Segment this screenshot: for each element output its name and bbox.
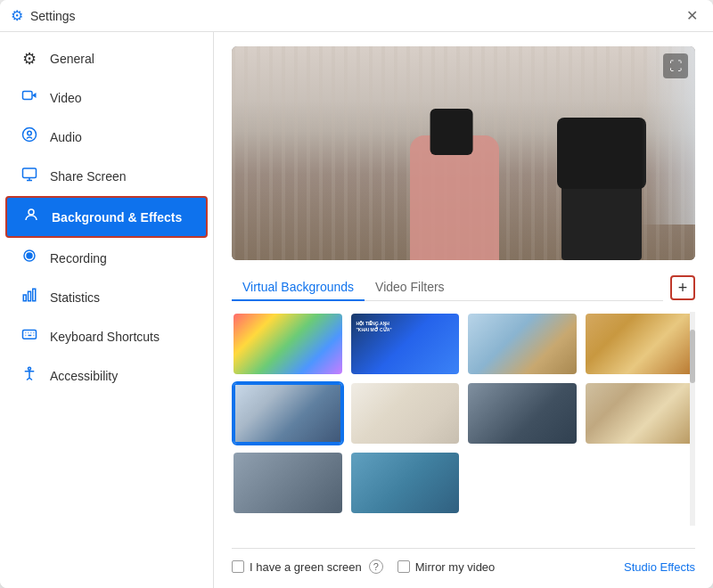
mirror-video-checkbox[interactable] (397, 560, 410, 573)
bg-blue-ad-inner: HỘI TIẾNG ANH"KHAI MỞ CỬA" (351, 314, 460, 374)
settings-icon: ⚙ (11, 7, 23, 24)
svg-rect-0 (23, 92, 33, 100)
background-thumbnail-living1[interactable] (466, 312, 578, 376)
background-thumbnail-luxury[interactable] (584, 381, 696, 445)
spacer (232, 526, 695, 548)
sidebar-label-keyboard-shortcuts: Keyboard Shortcuts (50, 330, 160, 344)
close-button[interactable]: ✕ (681, 5, 702, 27)
tab-video-filters[interactable]: Video Filters (365, 274, 455, 301)
background-thumbnail-partial1[interactable] (232, 451, 344, 515)
background-thumbnail-blue-ad[interactable]: HỘI TIẾNG ANH"KHAI MỞ CỬA" (349, 312, 462, 376)
main-content: ⛶ Virtual Backgrounds Video Filters + (214, 32, 713, 588)
bg-room-selected-inner (234, 383, 342, 444)
sidebar-item-recording[interactable]: Recording (5, 239, 208, 277)
svg-rect-11 (23, 331, 37, 339)
svg-point-7 (27, 253, 32, 258)
background-thumbnail-colors[interactable] (232, 312, 344, 376)
background-thumbnail-room-selected[interactable] (232, 381, 344, 445)
chair-back (557, 118, 646, 189)
bg-hall-inner (351, 383, 460, 444)
video-icon (20, 87, 39, 108)
sidebar-item-share-screen[interactable]: Share Screen (5, 157, 208, 195)
sidebar-item-audio[interactable]: Audio (5, 118, 208, 156)
bg-colors-inner (234, 314, 342, 374)
sidebar-label-background-effects: Background & Effects (52, 210, 182, 225)
sidebar-label-general: General (50, 52, 94, 66)
background-thumbnail-hall[interactable] (349, 381, 462, 445)
bg-partial1-inner (234, 453, 342, 513)
svg-point-3 (28, 131, 32, 135)
scrollbar-thumb[interactable] (690, 330, 695, 383)
titlebar: ⚙ Settings ✕ (0, 0, 713, 32)
sidebar-item-statistics[interactable]: Statistics (5, 278, 208, 316)
svg-rect-10 (33, 289, 36, 301)
green-screen-help-icon[interactable]: ? (369, 559, 383, 574)
sidebar-label-statistics: Statistics (50, 290, 100, 305)
bg-partial2-inner (351, 453, 460, 513)
statistics-icon (20, 287, 39, 307)
add-background-button[interactable]: + (670, 275, 695, 300)
studio-effects-button[interactable]: Studio Effects (624, 560, 695, 574)
svg-point-12 (29, 367, 31, 370)
scrollbar-track (690, 312, 695, 526)
sidebar-item-background-effects[interactable]: Background & Effects (5, 196, 208, 238)
mirror-video-checkbox-item[interactable]: Mirror my video (397, 560, 496, 574)
general-icon: ⚙ (20, 49, 39, 69)
settings-window: ⚙ Settings ✕ ⚙ General Video (0, 0, 713, 588)
bg-modern-inner (468, 383, 577, 444)
green-screen-checkbox-item[interactable]: I have a green screen ? (232, 559, 383, 574)
sidebar-label-video: Video (50, 91, 82, 105)
bg-living1-inner (468, 314, 577, 374)
tabs-area: Virtual Backgrounds Video Filters + (232, 274, 695, 301)
titlebar-left: ⚙ Settings (11, 7, 76, 24)
sidebar-label-audio: Audio (50, 130, 82, 144)
preview-area: ⛶ (232, 46, 695, 260)
background-thumbnail-modern[interactable] (466, 381, 578, 445)
share-screen-icon (20, 166, 39, 186)
sidebar: ⚙ General Video (0, 32, 214, 588)
tab-virtual-backgrounds[interactable]: Virtual Backgrounds (232, 274, 365, 301)
window-title: Settings (30, 9, 76, 23)
sidebar-item-keyboard-shortcuts[interactable]: Keyboard Shortcuts (5, 317, 208, 355)
svg-rect-4 (23, 168, 37, 178)
sidebar-label-recording: Recording (50, 251, 107, 265)
blue-ad-text: HỘI TIẾNG ANH"KHAI MỞ CỬA" (356, 321, 392, 332)
keyboard-shortcuts-icon (20, 326, 39, 347)
sidebar-item-video[interactable]: Video (5, 78, 208, 117)
green-screen-checkbox[interactable] (232, 560, 244, 573)
mirror-video-label: Mirror my video (415, 560, 496, 574)
audio-icon (20, 127, 39, 147)
background-thumbnail-dining[interactable] (584, 312, 696, 376)
backgrounds-container: HỘI TIẾNG ANH"KHAI MỞ CỬA" (232, 312, 695, 526)
content-area: ⚙ General Video (0, 32, 713, 588)
svg-point-5 (29, 209, 34, 215)
green-screen-label: I have a green screen (250, 560, 362, 574)
sidebar-item-general[interactable]: ⚙ General (5, 40, 208, 78)
svg-rect-8 (23, 295, 26, 301)
sidebar-label-accessibility: Accessibility (50, 369, 118, 383)
tabs-container: Virtual Backgrounds Video Filters (232, 274, 663, 301)
bottom-left-options: I have a green screen ? Mirror my video (232, 559, 495, 574)
bottom-bar: I have a green screen ? Mirror my video … (232, 548, 695, 574)
sidebar-item-accessibility[interactable]: Accessibility (5, 356, 208, 395)
accessibility-icon (20, 365, 39, 386)
sidebar-label-share-screen: Share Screen (50, 169, 127, 184)
backgrounds-grid: HỘI TIẾNG ANH"KHAI MỞ CỬA" (232, 312, 695, 515)
tabs-row: Virtual Backgrounds Video Filters + (232, 274, 695, 301)
expand-preview-button[interactable]: ⛶ (663, 53, 688, 78)
bg-dining-inner (586, 314, 694, 374)
bg-luxury-inner (586, 383, 694, 444)
background-thumbnail-partial2[interactable] (349, 451, 462, 515)
background-effects-icon (21, 207, 41, 227)
svg-rect-9 (29, 291, 31, 301)
person-head (430, 109, 473, 155)
recording-icon (20, 248, 39, 268)
